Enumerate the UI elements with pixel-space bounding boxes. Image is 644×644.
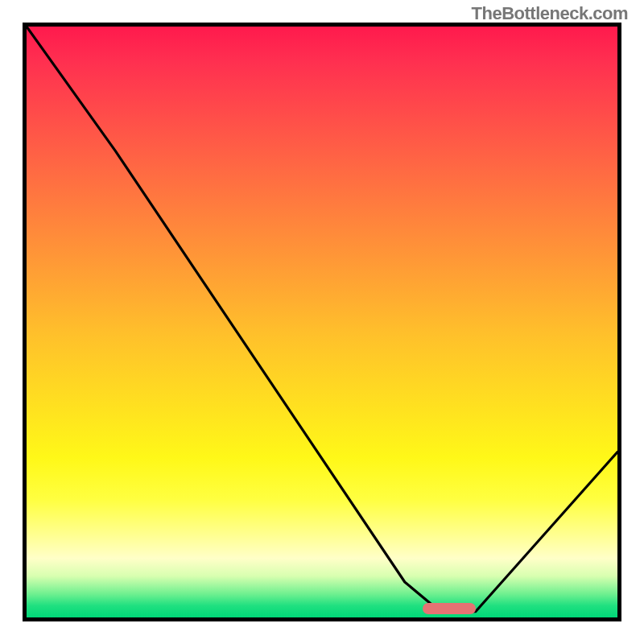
- watermark-text: TheBottleneck.com: [472, 3, 628, 24]
- chart-curve: [27, 27, 617, 612]
- chart-highlight-marker: [423, 603, 476, 614]
- chart-curve-layer: [27, 27, 617, 617]
- chart-plot-area: [23, 23, 621, 621]
